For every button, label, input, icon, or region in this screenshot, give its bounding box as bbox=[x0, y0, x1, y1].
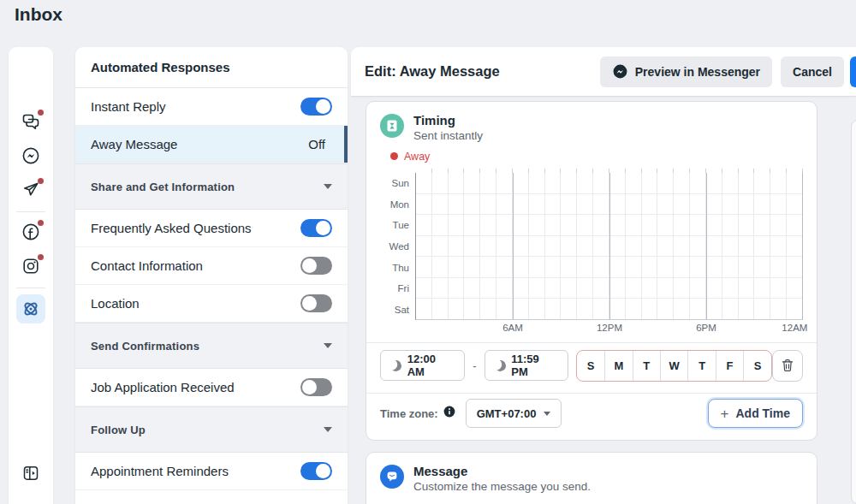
start-time-input[interactable]: 12:00 AM bbox=[380, 350, 465, 381]
day-label: Sat bbox=[380, 299, 415, 320]
send-icon bbox=[21, 180, 41, 200]
save-button-partial[interactable] bbox=[850, 56, 856, 87]
section-label: Follow Up bbox=[91, 424, 324, 436]
rail-item-expand-panel[interactable] bbox=[16, 459, 45, 488]
notification-badge bbox=[38, 254, 44, 260]
schedule-grid: Sun Mon Tue Wed Thu Fri Sat bbox=[380, 173, 803, 320]
day-chip-monday[interactable]: M bbox=[604, 351, 632, 381]
section-follow-up[interactable]: Follow Up bbox=[75, 406, 348, 453]
row-label: Appointment Reminders bbox=[91, 464, 300, 478]
messenger-icon bbox=[612, 63, 628, 80]
row-instant-reply[interactable]: Instant Reply bbox=[75, 88, 348, 126]
day-chip-sunday[interactable]: S bbox=[577, 351, 604, 381]
moon-icon bbox=[493, 359, 507, 373]
day-label: Mon bbox=[380, 194, 415, 216]
day-chip-tuesday[interactable]: T bbox=[633, 351, 660, 381]
row-location[interactable]: Location bbox=[75, 285, 348, 323]
row-appointment-reminders[interactable]: Appointment Reminders bbox=[75, 453, 348, 490]
automated-responses-panel: Automated Responses Instant Reply Away M… bbox=[75, 47, 348, 504]
row-frequently-asked-questions[interactable]: Frequently Asked Questions bbox=[75, 210, 348, 247]
rail-item-instagram[interactable] bbox=[16, 252, 45, 281]
add-time-label: Add Time bbox=[735, 406, 790, 420]
day-label: Wed bbox=[380, 236, 415, 258]
row-contact-information[interactable]: Contact Information bbox=[75, 247, 348, 285]
row-away-message[interactable]: Away Message Off bbox=[75, 126, 348, 163]
toggle-knob bbox=[302, 258, 317, 273]
editor-header: Edit: Away Message Preview in Messenger … bbox=[351, 47, 856, 96]
toggle-knob bbox=[316, 99, 330, 114]
message-title: Message bbox=[413, 463, 591, 479]
chevron-down-icon bbox=[324, 343, 332, 348]
timing-subtitle: Sent instantly bbox=[413, 128, 483, 144]
preview-in-messenger-button[interactable]: Preview in Messenger bbox=[600, 56, 772, 87]
rail-item-send[interactable] bbox=[16, 175, 45, 205]
toggle-faq[interactable] bbox=[300, 219, 332, 237]
rail-item-messenger[interactable] bbox=[16, 141, 45, 170]
preview-button-label: Preview in Messenger bbox=[635, 65, 760, 79]
away-legend-label: Away bbox=[404, 151, 430, 163]
section-label: Send Confirmations bbox=[91, 340, 324, 353]
timezone-label: Time zone: bbox=[380, 407, 438, 420]
day-axis: Sun Mon Tue Wed Thu Fri Sat bbox=[380, 173, 415, 320]
rail-item-automation[interactable] bbox=[16, 294, 45, 323]
schedule-plot-area[interactable] bbox=[415, 173, 803, 320]
toggle-knob bbox=[316, 221, 330, 235]
gridline-6am bbox=[513, 173, 514, 319]
expand-panel-icon bbox=[21, 463, 41, 483]
timing-card: Timing Sent instantly Away Sun Mon Tue W… bbox=[366, 101, 817, 441]
toggle-appointment-reminders[interactable] bbox=[300, 462, 332, 480]
away-legend-dot bbox=[390, 152, 398, 160]
range-separator: - bbox=[473, 359, 476, 372]
timezone-row: Time zone: GMT+07:00 + Add Time bbox=[380, 394, 803, 435]
instagram-icon bbox=[21, 256, 41, 276]
hour-axis: 6AM 12PM 6PM 12AM bbox=[416, 322, 803, 337]
day-chip-wednesday[interactable]: W bbox=[660, 351, 687, 381]
toggle-knob bbox=[302, 380, 317, 394]
rail-item-facebook[interactable] bbox=[16, 217, 45, 246]
section-send-confirmations[interactable]: Send Confirmations bbox=[75, 323, 348, 369]
day-chip-saturday[interactable]: S bbox=[743, 351, 770, 381]
day-label: Sun bbox=[380, 173, 415, 194]
toggle-contact-information[interactable] bbox=[300, 257, 332, 275]
message-card: Message Customize the message you send. bbox=[366, 452, 817, 504]
toggle-knob bbox=[302, 296, 317, 311]
moon-icon bbox=[389, 359, 402, 373]
hour-label: 6PM bbox=[696, 323, 716, 333]
row-label: Instant Reply bbox=[91, 99, 300, 114]
hour-label: 6AM bbox=[502, 323, 523, 333]
hour-label: 12AM bbox=[782, 323, 807, 333]
gridline-6pm bbox=[706, 173, 707, 319]
row-label: Away Message bbox=[91, 137, 308, 151]
chevron-down-icon bbox=[324, 427, 332, 432]
page-title: Inbox bbox=[15, 4, 62, 25]
day-chip-thursday[interactable]: T bbox=[687, 351, 715, 381]
day-label: Fri bbox=[380, 278, 415, 299]
toggle-instant-reply[interactable] bbox=[300, 98, 332, 116]
panel-title: Automated Responses bbox=[75, 47, 348, 88]
rail-divider bbox=[16, 288, 45, 288]
rail-item-chats[interactable] bbox=[16, 107, 45, 136]
section-label: Share and Get Information bbox=[91, 181, 324, 193]
day-chip-friday[interactable]: F bbox=[716, 351, 743, 381]
trash-icon bbox=[780, 358, 795, 373]
messenger-icon bbox=[21, 145, 41, 166]
info-icon[interactable] bbox=[443, 406, 455, 421]
schedule-legend: Away bbox=[390, 150, 803, 163]
facebook-icon bbox=[21, 222, 41, 242]
row-label: Location bbox=[91, 296, 300, 311]
gridline-12pm bbox=[609, 173, 610, 319]
cancel-button[interactable]: Cancel bbox=[781, 56, 844, 87]
toggle-job-application[interactable] bbox=[300, 378, 332, 396]
chevron-down-icon bbox=[324, 184, 332, 189]
end-time-input[interactable]: 11:59 PM bbox=[484, 350, 568, 381]
section-share-and-get-information[interactable]: Share and Get Information bbox=[75, 163, 348, 210]
day-label: Tue bbox=[380, 215, 415, 236]
chats-icon bbox=[21, 111, 41, 132]
row-job-application-received[interactable]: Job Application Received bbox=[75, 369, 348, 406]
toggle-location[interactable] bbox=[300, 294, 332, 312]
timezone-select[interactable]: GMT+07:00 bbox=[466, 399, 562, 428]
add-time-button[interactable]: + Add Time bbox=[708, 399, 803, 428]
rail-divider bbox=[16, 211, 45, 212]
end-time-value: 11:59 PM bbox=[511, 353, 558, 378]
delete-time-button[interactable] bbox=[772, 350, 803, 382]
